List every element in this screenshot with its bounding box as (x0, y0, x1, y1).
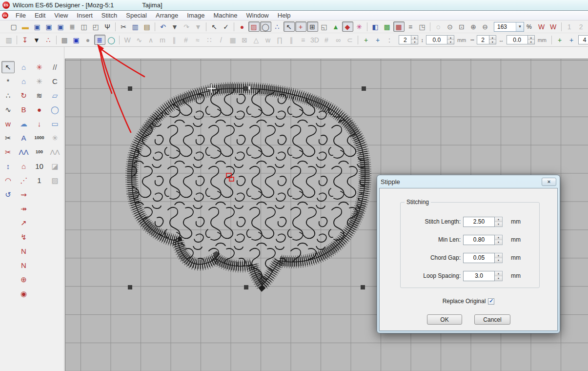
measure-tool[interactable]: ↕ (1, 160, 15, 172)
replace-original-checkbox[interactable]: ✓ (488, 298, 494, 305)
orbit-tool[interactable]: ↺ (1, 188, 15, 201)
zoom-1to1-icon[interactable]: ⊙ (445, 21, 456, 32)
dotted-stitch-icon[interactable]: ∷ (204, 35, 215, 45)
underlay-count-field[interactable]: 2 ▲▼ (399, 35, 418, 44)
parallel-lines-tool[interactable]: // (48, 61, 61, 73)
ok-button[interactable]: OK (427, 314, 462, 325)
polyline-tool[interactable]: N (17, 245, 30, 257)
redo-icon[interactable]: ↷ (181, 21, 192, 32)
remove-overlap-tool[interactable]: B (17, 103, 30, 116)
export-worksheet-icon[interactable]: W (536, 21, 547, 32)
menu-item[interactable]: Arrange (151, 11, 182, 20)
auto-select-icon[interactable]: ↖ (209, 21, 220, 32)
stitch-edit-tool[interactable]: w (1, 118, 15, 130)
rotate-tool[interactable]: ↻ (17, 89, 30, 102)
run-stitch-tool[interactable]: ∿ (1, 103, 15, 116)
dialog-title-bar[interactable]: Stipple × (377, 175, 560, 188)
flower-gray-tool[interactable]: ✳ (33, 75, 46, 87)
stitch-list-icon[interactable]: ≡ (405, 21, 416, 32)
wave-stitch-icon[interactable]: ≈ (192, 35, 203, 45)
spacing-100-tool[interactable]: 100 (33, 146, 46, 158)
hatch-view-icon[interactable]: ▨ (248, 21, 260, 32)
zoom-combobox[interactable]: 163 ▼ (494, 22, 524, 32)
save-icon[interactable]: ▣ (32, 21, 43, 32)
texture-tool[interactable]: ▨ (48, 174, 61, 186)
pattern-fill-icon[interactable]: ∏ (274, 35, 285, 45)
mirror-merge-h-icon[interactable]: + (361, 35, 372, 45)
paste-icon[interactable]: ▤ (142, 21, 153, 32)
ellipse-tool[interactable]: ◯ (48, 103, 61, 116)
repeats-field[interactable]: 4 (578, 35, 588, 44)
machine-connect-icon[interactable]: Ψ (102, 21, 113, 32)
save-design-icon[interactable]: ▣ (55, 21, 66, 32)
color-film-icon[interactable]: ▩ (382, 21, 393, 32)
wm-stitch-icon[interactable]: w (263, 35, 274, 45)
selection-handle-bottom-left[interactable] (128, 285, 132, 289)
kaleidoscope-icon[interactable]: + (554, 35, 566, 45)
menu-item[interactable]: File (11, 11, 30, 20)
undo-icon[interactable]: ↶ (158, 21, 169, 32)
add-holes-icon[interactable]: ∴ (43, 35, 54, 45)
send-to-stitch-manager-icon[interactable]: W (547, 21, 559, 32)
menu-item[interactable]: Stitch (97, 11, 122, 20)
design-slot1-icon[interactable]: 1 (564, 21, 575, 32)
column-tool[interactable]: N (17, 259, 30, 271)
color-blend-tool[interactable]: ● (33, 103, 46, 116)
weave-stitch-icon[interactable]: ▦ (227, 35, 239, 45)
save-to-machine-icon[interactable]: ▣ (43, 21, 55, 32)
bold-zigzag-tool[interactable]: ↯ (17, 231, 30, 243)
wreath-dots-icon[interactable]: : (384, 35, 395, 45)
lettering-tool[interactable]: A (17, 132, 30, 144)
selection-handle-bottom-mid[interactable] (244, 285, 248, 289)
mirror-merge-v-icon[interactable]: + (372, 35, 384, 45)
spacing-1000-tool[interactable]: 1000 (33, 132, 46, 144)
radial-circle-tool[interactable]: ◉ (17, 288, 30, 300)
select-tool[interactable]: ↖ (1, 61, 15, 73)
horizontal-lines-icon[interactable]: ≡ (298, 35, 309, 45)
curved-fill-icon[interactable]: ⊠ (239, 35, 250, 45)
hoop-view-icon[interactable]: ◱ (319, 21, 330, 32)
outlines-view-icon[interactable]: ◯ (260, 21, 271, 32)
monogram-tool[interactable]: ✳ (48, 132, 61, 144)
new-icon[interactable]: ▢ (8, 21, 20, 32)
menu-item[interactable]: Window (242, 11, 273, 20)
remove-stitch-tool[interactable]: ✂ (1, 132, 15, 144)
chain-line-tool[interactable]: ⇝ (17, 188, 30, 201)
menu-item[interactable]: Machine (209, 11, 242, 20)
reshape-node-tool[interactable]: ∴ (1, 89, 15, 102)
selection-handle-top-right[interactable] (362, 86, 366, 91)
field-input[interactable]: 0.05 (463, 253, 495, 263)
cut-icon[interactable]: ✂ (118, 21, 129, 32)
reshape-dome-tool[interactable]: ⌂ (17, 75, 30, 87)
menu-item[interactable]: Image (182, 11, 209, 20)
selection-handle-top-mid[interactable] (244, 86, 248, 91)
zoom-box-icon[interactable]: ⊡ (456, 21, 467, 32)
vector-view-icon[interactable]: ✳ (354, 21, 365, 32)
field-spinner[interactable]: ▲▼ (495, 217, 503, 227)
zoom-in-icon[interactable]: ⊕ (468, 21, 479, 32)
fur-stitch-icon[interactable]: # (321, 35, 332, 45)
3d-effect-icon[interactable]: 3D (309, 35, 321, 45)
open-icon[interactable]: ▬ (20, 21, 31, 32)
cut-stitch-tool[interactable]: ✂ (1, 146, 15, 158)
zigzag-stitch-icon[interactable]: ∧ (145, 35, 157, 45)
selection-handle-bottom-right[interactable] (361, 285, 365, 289)
connectors-view-icon[interactable]: ↖ (284, 21, 295, 32)
spacing-10-tool[interactable]: 10 (33, 160, 46, 172)
options-check-icon[interactable]: ✓ (221, 21, 232, 32)
zoom-factor-icon[interactable]: ◌ (433, 21, 444, 32)
tatami-stitch-icon[interactable]: ∥ (169, 35, 180, 45)
document-icon[interactable]: ES (2, 12, 8, 19)
print-preview-icon[interactable]: ◫ (79, 21, 90, 32)
spacing-count-spinner[interactable]: ▲▼ (489, 35, 496, 44)
spacing-length-field[interactable]: 0.0 ▲▼ (507, 35, 535, 44)
design-slot2-icon[interactable]: 2 (575, 21, 587, 32)
hoop-template-icon[interactable]: ▥ (3, 35, 15, 45)
spacing-1-tool[interactable]: 1 (33, 174, 46, 186)
penetration-tool[interactable]: ↓ (33, 118, 46, 130)
dot-fill-icon[interactable]: ● (82, 35, 94, 45)
ring-a-icon[interactable]: ∞ (333, 35, 344, 45)
underlay-length-field[interactable]: 0.0 ▲▼ (426, 35, 454, 44)
auto-underlay-icon[interactable]: ▼ (31, 35, 42, 45)
copy-icon[interactable]: ▥ (130, 21, 141, 32)
